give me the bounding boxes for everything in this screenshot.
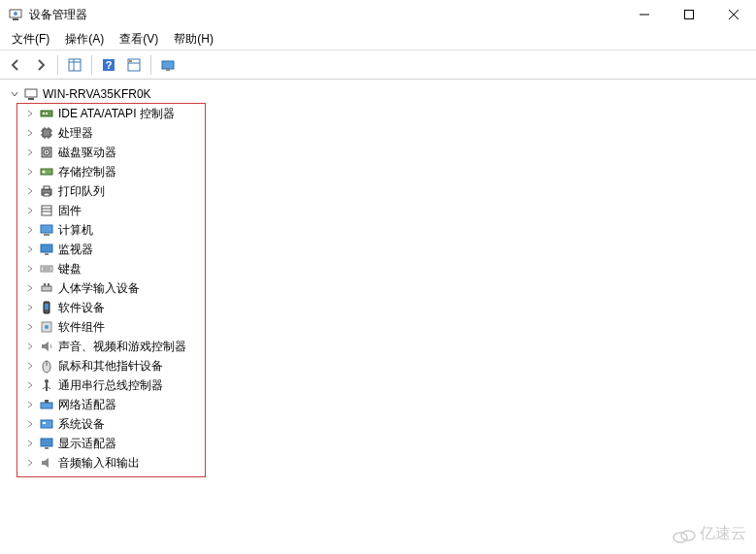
chevron-right-icon[interactable] (23, 320, 37, 334)
usb-icon (39, 377, 54, 393)
tree-node[interactable]: 计算机 (0, 220, 756, 240)
tree-node-label: 鼠标和其他指针设备 (58, 358, 163, 375)
menubar: 文件(F) 操作(A) 查看(V) 帮助(H) (0, 29, 756, 50)
network-icon (39, 397, 54, 412)
sound-icon (39, 339, 54, 354)
chevron-right-icon[interactable] (23, 204, 37, 217)
chevron-right-icon[interactable] (23, 340, 37, 353)
maximize-button[interactable] (667, 0, 711, 29)
svg-rect-21 (46, 113, 48, 114)
svg-rect-18 (28, 98, 34, 100)
tree-node[interactable]: 键盘 (0, 259, 756, 278)
chevron-down-icon[interactable] (8, 87, 21, 101)
toolbar-separator (150, 55, 151, 75)
minimize-button[interactable] (622, 0, 667, 29)
svg-rect-62 (41, 403, 52, 408)
chevron-right-icon[interactable] (23, 126, 37, 140)
printer-icon (39, 183, 54, 199)
back-button[interactable] (4, 53, 27, 77)
tree-node-label: IDE ATA/ATAPI 控制器 (58, 106, 175, 122)
chevron-right-icon[interactable] (23, 359, 37, 373)
keyboard-icon (39, 261, 54, 277)
close-button[interactable] (711, 0, 756, 29)
svg-rect-15 (162, 61, 174, 69)
menu-view[interactable]: 查看(V) (112, 29, 166, 49)
chevron-right-icon[interactable] (23, 456, 37, 470)
chevron-right-icon[interactable] (23, 107, 37, 120)
tree-node-label: 打印队列 (58, 183, 105, 200)
svg-rect-64 (41, 420, 52, 428)
tree-node[interactable]: 处理器 (0, 123, 756, 143)
tree-root[interactable]: WIN-RRVA35KFR0K (0, 84, 756, 104)
svg-rect-39 (42, 206, 51, 215)
chevron-right-icon[interactable] (23, 378, 37, 392)
tree-node[interactable]: 软件组件 (0, 317, 756, 337)
svg-rect-53 (45, 304, 49, 310)
tree-node-label: 存储控制器 (58, 164, 116, 180)
tree-node[interactable]: 打印队列 (0, 181, 756, 201)
tree-node-label: 磁盘驱动器 (58, 145, 116, 161)
tree-node[interactable]: 网络适配器 (0, 395, 756, 414)
tree-node[interactable]: 磁盘驱动器 (0, 143, 756, 162)
properties-button[interactable] (122, 53, 146, 77)
chevron-right-icon[interactable] (23, 417, 37, 431)
help-button[interactable]: ? (97, 53, 120, 77)
tree-node[interactable]: 人体学输入设备 (0, 278, 756, 298)
audio-icon (39, 455, 54, 471)
toolbar-separator (91, 55, 92, 75)
chevron-right-icon[interactable] (23, 281, 37, 295)
chevron-right-icon[interactable] (23, 243, 37, 256)
watermark-text: 亿速云 (700, 524, 746, 544)
tree-node[interactable]: 监视器 (0, 240, 756, 259)
window-title: 设备管理器 (29, 7, 87, 23)
tree-node[interactable]: 存储控制器 (0, 162, 756, 181)
chevron-right-icon[interactable] (23, 301, 37, 314)
forward-button[interactable] (29, 53, 52, 77)
chevron-right-icon[interactable] (23, 184, 37, 198)
tree-node[interactable]: 声音、视频和游戏控制器 (0, 337, 756, 356)
chevron-right-icon[interactable] (23, 165, 37, 179)
svg-point-55 (45, 325, 49, 329)
tree-node-label: 处理器 (58, 125, 93, 142)
menu-action[interactable]: 操作(A) (57, 29, 112, 49)
svg-point-35 (43, 171, 46, 174)
scan-hardware-button[interactable] (156, 53, 180, 77)
menu-file[interactable]: 文件(F) (4, 29, 57, 49)
tree-node[interactable]: 通用串行总线控制器 (0, 375, 756, 395)
chevron-right-icon[interactable] (23, 262, 37, 276)
tree-node-label: 网络适配器 (58, 397, 116, 413)
tree-node[interactable]: 固件 (0, 201, 756, 220)
tree-node[interactable]: IDE ATA/ATAPI 控制器 (0, 104, 756, 123)
tree-node[interactable]: 显示适配器 (0, 434, 756, 453)
device-tree: WIN-RRVA35KFR0K IDE ATA/ATAPI 控制器处理器磁盘驱动… (0, 81, 756, 554)
storage-icon (39, 164, 54, 179)
menu-help[interactable]: 帮助(H) (166, 29, 221, 49)
tree-node[interactable]: 鼠标和其他指针设备 (0, 356, 756, 375)
svg-point-58 (45, 379, 49, 383)
svg-rect-38 (44, 193, 49, 196)
chevron-right-icon[interactable] (23, 437, 37, 450)
software-icon (39, 300, 54, 315)
tree-node[interactable]: 系统设备 (0, 414, 756, 434)
tree-root-label: WIN-RRVA35KFR0K (43, 87, 151, 101)
svg-rect-65 (43, 422, 46, 424)
chevron-right-icon[interactable] (23, 223, 37, 237)
show-hide-button[interactable] (63, 53, 86, 77)
tree-node[interactable]: 软件设备 (0, 298, 756, 317)
system-icon (39, 416, 54, 432)
svg-rect-16 (166, 69, 170, 71)
svg-rect-67 (45, 447, 49, 449)
component-icon (39, 319, 54, 335)
monitor-icon (39, 242, 54, 257)
svg-rect-51 (48, 283, 49, 286)
chevron-right-icon[interactable] (23, 398, 37, 411)
chevron-right-icon[interactable] (23, 146, 37, 159)
svg-rect-45 (45, 253, 49, 255)
tree-node-label: 固件 (58, 203, 82, 219)
tree-node[interactable]: 音频输入和输出 (0, 453, 756, 473)
svg-rect-66 (41, 439, 52, 446)
svg-rect-20 (43, 113, 45, 114)
svg-rect-4 (685, 11, 694, 19)
svg-rect-17 (25, 89, 37, 97)
titlebar: 设备管理器 (0, 0, 756, 29)
